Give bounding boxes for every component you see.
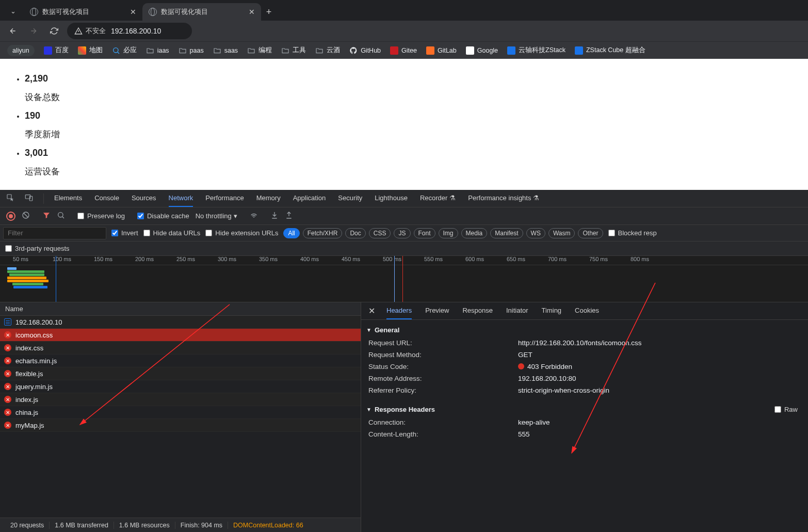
devtools-panel-tab[interactable]: Network [169, 190, 193, 207]
bookmark-item[interactable]: 必应 [112, 46, 137, 55]
filter-type-pill[interactable]: Fetch/XHR [303, 228, 343, 238]
filter-toggle-icon[interactable] [42, 211, 51, 221]
bookmark-item[interactable]: paas [179, 46, 204, 55]
search-icon[interactable] [57, 211, 65, 221]
header-row: Connection:keep-alive [361, 416, 808, 428]
export-har-icon[interactable] [285, 211, 293, 221]
general-section-header[interactable]: ▼General [361, 323, 808, 337]
network-timeline[interactable]: 50 ms100 ms150 ms200 ms250 ms300 ms350 m… [0, 256, 808, 302]
bookmark-item[interactable]: Gitee [390, 46, 417, 55]
bookmark-item[interactable]: 云酒 [315, 46, 340, 55]
filter-type-pill[interactable]: JS [394, 228, 410, 238]
devtools-panel-tab[interactable]: Console [94, 190, 119, 207]
bookmark-item[interactable]: saas [213, 46, 238, 55]
devtools-panel-tab[interactable]: Sources [132, 190, 156, 207]
request-row[interactable]: ✕index.js [0, 393, 361, 406]
filter-type-pill[interactable]: All [283, 228, 299, 238]
detail-tab[interactable]: Initiator [506, 302, 528, 319]
bookmark-item[interactable]: aliyun [7, 45, 35, 56]
detail-tab[interactable]: Timing [542, 302, 562, 319]
hide-extension-urls-checkbox[interactable]: Hide extension URLs [205, 229, 278, 237]
response-headers-section-header[interactable]: ▼Response Headers Raw [361, 402, 808, 416]
request-row[interactable]: ✕index.css [0, 342, 361, 354]
address-bar[interactable]: 不安全 192.168.200.10 [67, 23, 192, 39]
blocked-checkbox[interactable]: Blocked resp [608, 229, 657, 237]
devtools-panel-tab[interactable]: Recorder⚗ [420, 190, 456, 207]
timeline-label: 400 ms [289, 256, 330, 265]
bookmark-item[interactable]: GitLab [426, 46, 457, 55]
filter-type-pill[interactable]: Manifest [490, 228, 523, 238]
filter-type-pill[interactable]: Img [439, 228, 458, 238]
marker [394, 256, 395, 302]
filter-type-pill[interactable]: CSS [369, 228, 391, 238]
invert-checkbox[interactable]: Invert [111, 229, 138, 237]
detail-tab[interactable]: Preview [425, 302, 449, 319]
browser-tab[interactable]: 数据可视化项目✕ [24, 3, 142, 21]
request-row[interactable]: ✕jquery.min.js [0, 380, 361, 393]
hide-data-urls-checkbox[interactable]: Hide data URLs [143, 229, 201, 237]
bookmark-item[interactable]: ZStack Cube 超融合 [575, 46, 645, 55]
devtools-panel-tab[interactable]: Memory [256, 190, 281, 207]
detail-tab[interactable]: Headers [386, 302, 412, 319]
stat-item: 2,190设备总数 [25, 73, 799, 103]
request-row[interactable]: 192.168.200.10 [0, 316, 361, 329]
name-column-header[interactable]: Name [0, 302, 361, 316]
clear-button[interactable] [22, 211, 30, 221]
header-key: Content-Length: [368, 430, 518, 438]
bookmark-label: 云酒 [327, 46, 340, 55]
devtools-panel-tab[interactable]: Elements [54, 190, 82, 207]
detail-tab[interactable]: Cookies [575, 302, 599, 319]
raw-checkbox[interactable]: Raw [774, 406, 798, 413]
request-name: jquery.min.js [15, 383, 53, 391]
inspect-icon[interactable] [6, 194, 14, 203]
close-detail-button[interactable]: ✕ [368, 306, 375, 316]
devtools-panel-tab[interactable]: Performance [205, 190, 244, 207]
request-row[interactable]: ✕flexible.js [0, 367, 361, 380]
third-party-checkbox[interactable]: 3rd-party requests [5, 245, 70, 252]
request-row[interactable]: ✕icomoon.css [0, 329, 361, 342]
bookmark-item[interactable]: iaas [146, 46, 169, 55]
devtools-panel-tab[interactable]: Security [338, 190, 362, 207]
bookmark-item[interactable]: 云轴科技ZStack [507, 46, 565, 55]
bookmark-item[interactable]: Google [466, 46, 498, 55]
filter-type-pill[interactable]: Media [461, 228, 488, 238]
forward-button[interactable] [26, 23, 41, 39]
filter-input[interactable] [3, 227, 106, 239]
devtools-panel-tab[interactable]: Application [293, 190, 326, 207]
devtools-panel-tab[interactable]: Lighthouse [375, 190, 408, 207]
browser-tab[interactable]: 数据可视化项目✕ [142, 3, 261, 21]
devtools-panel-tab[interactable]: Performance insights⚗ [468, 190, 539, 207]
filter-type-pill[interactable]: Other [578, 228, 603, 238]
request-row[interactable]: ✕china.js [0, 406, 361, 419]
detail-tab[interactable]: Response [462, 302, 493, 319]
device-toggle-icon[interactable] [25, 194, 33, 203]
bookmark-item[interactable]: 编程 [247, 46, 272, 55]
close-tab-icon[interactable]: ✕ [130, 8, 136, 16]
new-tab-button[interactable]: + [261, 4, 277, 20]
request-row[interactable]: ✕myMap.js [0, 419, 361, 432]
close-tab-icon[interactable]: ✕ [249, 8, 255, 16]
filter-type-pill[interactable]: WS [526, 228, 545, 238]
filter-type-pill[interactable]: Font [414, 228, 435, 238]
reload-button[interactable] [46, 23, 62, 39]
tab-search-button[interactable]: ⌄ [5, 3, 21, 19]
disable-cache-checkbox[interactable]: Disable cache [137, 212, 189, 220]
record-button[interactable] [6, 212, 15, 221]
bookmark-label: 百度 [55, 46, 69, 55]
bookmark-item[interactable]: 工具 [281, 46, 306, 55]
bookmark-item[interactable]: 地图 [78, 46, 103, 55]
bookmark-item[interactable]: 百度 [44, 46, 69, 55]
request-name: 192.168.200.10 [15, 318, 62, 326]
request-row[interactable]: ✕echarts.min.js [0, 354, 361, 367]
throttling-select[interactable]: No throttling ▾ [196, 212, 237, 220]
import-har-icon[interactable] [270, 211, 279, 221]
bookmark-item[interactable]: GitHub [349, 46, 381, 55]
hide-data-label: Hide data URLs [153, 229, 201, 237]
filter-type-pill[interactable]: Wasm [548, 228, 575, 238]
request-name: index.css [15, 344, 43, 352]
back-button[interactable] [5, 23, 21, 39]
filter-type-pill[interactable]: Doc [345, 228, 365, 238]
stat-value: 3,001 [25, 148, 48, 158]
preserve-log-checkbox[interactable]: Preserve log [77, 212, 125, 220]
network-conditions-icon[interactable] [250, 211, 258, 221]
